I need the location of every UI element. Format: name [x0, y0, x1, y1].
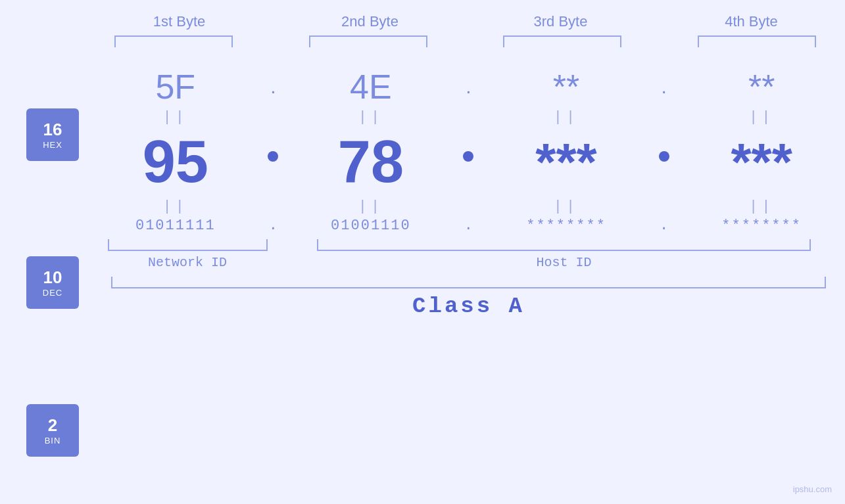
- hex-b1: 5F: [103, 67, 248, 106]
- bin-b2: 01001110: [299, 218, 443, 234]
- network-id-bracket: [108, 239, 268, 251]
- left-badges: 16 HEX 10 DEC 2 BIN: [0, 60, 92, 504]
- main-container: 1st Byte 2nd Byte 3rd Byte 4th Byte 16 H…: [0, 0, 845, 504]
- bin-badge: 2 BIN: [26, 404, 79, 457]
- dec-dot3: [648, 151, 681, 173]
- dec-b4: ***: [689, 132, 834, 193]
- byte1-header: 1st Byte: [107, 13, 252, 30]
- bin-dot3: .: [648, 218, 681, 234]
- bin-name: BIN: [45, 436, 61, 446]
- bin-b3: ********: [494, 218, 639, 234]
- bottom-bracket-container: Network ID Host ID: [92, 239, 845, 270]
- bracket-b2: [309, 35, 427, 47]
- equals-row-2: || || || ||: [92, 196, 845, 218]
- bin-row: 01011111 . 01001110 . ******** .: [92, 218, 845, 234]
- dec-b1: 95: [103, 128, 248, 196]
- hex-b4: **: [689, 67, 834, 106]
- class-bracket: [111, 277, 827, 288]
- byte2-header: 2nd Byte: [298, 13, 443, 30]
- host-id-bracket: [317, 239, 811, 251]
- bin-dot1: .: [256, 218, 289, 234]
- hex-b2: 4E: [299, 67, 443, 106]
- network-id-label: Network ID: [148, 255, 227, 270]
- hex-row: 5F . 4E . ** . **: [92, 67, 845, 106]
- equals-row-1: || || || ||: [92, 106, 845, 128]
- sep1: [258, 13, 291, 30]
- hex-dot2: .: [452, 76, 485, 98]
- bin-b4: ********: [689, 218, 834, 234]
- main-area: 16 HEX 10 DEC 2 BIN 5F .: [0, 60, 845, 504]
- hex-b3: **: [494, 67, 639, 106]
- dec-badge: 10 DEC: [26, 256, 79, 309]
- sep2: [449, 13, 482, 30]
- hex-dot1: .: [256, 76, 289, 98]
- sep3: [640, 13, 673, 30]
- class-section: Class A: [111, 277, 827, 319]
- host-id-section: Host ID: [289, 239, 838, 270]
- content-grid: 5F . 4E . ** . **: [92, 60, 845, 504]
- dec-dot1: [256, 151, 289, 173]
- dec-name: DEC: [43, 288, 62, 298]
- host-id-label: Host ID: [536, 255, 591, 270]
- hex-dot3: .: [648, 76, 681, 98]
- byte4-header: 4th Byte: [679, 13, 824, 30]
- byte3-header: 3rd Byte: [489, 13, 633, 30]
- dec-row: 95 78 *** ***: [92, 128, 845, 196]
- hex-number: 16: [43, 120, 62, 140]
- dec-b3: ***: [494, 132, 639, 193]
- byte-headers: 1st Byte 2nd Byte 3rd Byte 4th Byte: [104, 13, 827, 30]
- top-brackets: [104, 35, 827, 47]
- bracket-b3: [503, 35, 621, 47]
- network-id-section: Network ID: [99, 239, 276, 270]
- dec-dot2: [452, 151, 485, 173]
- bracket-b4: [698, 35, 816, 47]
- bracket-b1: [114, 35, 233, 47]
- hex-name: HEX: [43, 140, 62, 150]
- dec-b2: 78: [299, 128, 443, 196]
- bin-b1: 01011111: [103, 218, 248, 234]
- bin-number: 2: [48, 415, 57, 436]
- hex-badge: 16 HEX: [26, 108, 79, 161]
- watermark: ipshu.com: [793, 484, 832, 494]
- class-label: Class A: [412, 294, 525, 319]
- dec-number: 10: [43, 267, 62, 288]
- bin-dot2: .: [452, 218, 485, 234]
